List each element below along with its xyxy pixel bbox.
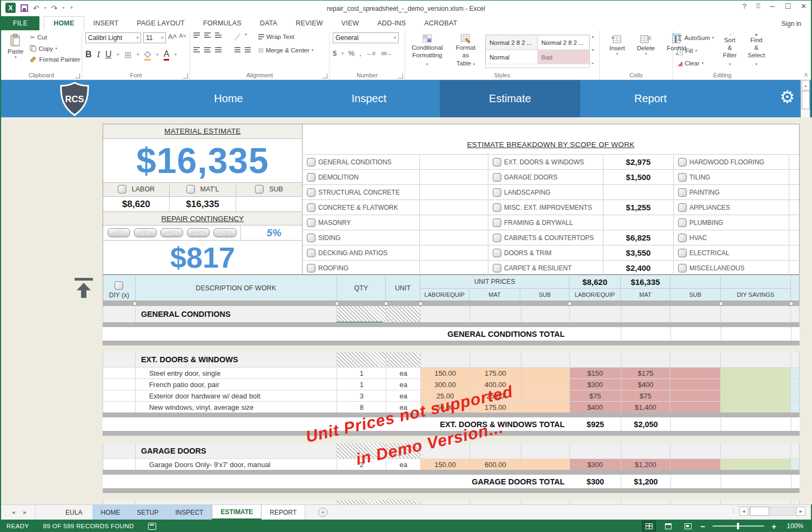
sub-checkbox[interactable] [255, 185, 264, 194]
scope-checkbox[interactable] [307, 188, 316, 197]
tab-review[interactable]: REVIEW [286, 17, 332, 30]
sheet-tab-estimate[interactable]: ESTIMATE [212, 505, 261, 520]
column-resize-handle[interactable]: · [419, 302, 422, 305]
increase-decimal-icon[interactable]: ←.0 [366, 51, 375, 56]
gallery-more-icon[interactable]: ⏷ [591, 62, 595, 66]
diy-cell[interactable] [103, 368, 136, 378]
sheet-tab-inspect[interactable]: INSPECT [167, 505, 212, 520]
nav-report[interactable]: Report [580, 80, 721, 117]
cut-button[interactable]: ✂Cut [29, 32, 81, 42]
clear-button[interactable]: ◢Clear▾ [676, 58, 715, 68]
align-bottom-icon[interactable] [215, 32, 222, 42]
zoom-in-icon[interactable]: + [771, 522, 776, 531]
scope-checkbox[interactable] [678, 264, 687, 272]
horizontal-scrollbar[interactable]: ⁞ ◀ ▶ [733, 507, 806, 516]
column-resize-handle[interactable]: · [133, 302, 137, 305]
tab-page-layout[interactable]: PAGE LAYOUT [127, 17, 194, 30]
format-as-table-button[interactable]: Format asTable ▾ [449, 32, 482, 68]
shrink-font-icon[interactable]: A˅ [179, 32, 186, 43]
scope-checkbox[interactable] [493, 173, 501, 182]
column-resize-handle[interactable]: · [568, 302, 572, 305]
decrease-decimal-icon[interactable]: .00→ [380, 51, 392, 56]
scope-checkbox[interactable] [493, 234, 501, 242]
tab-insert[interactable]: INSERT [84, 17, 128, 30]
format-painter-button[interactable]: Format Painter [29, 55, 81, 64]
tab-view[interactable]: VIEW [332, 17, 368, 30]
zoom-slider-thumb[interactable] [737, 523, 739, 529]
style-bad[interactable]: Bad [538, 50, 589, 64]
comma-style-icon[interactable]: , [359, 49, 361, 57]
sheet-tab-eula[interactable]: EULA [57, 505, 90, 520]
merge-center-button[interactable]: ⊟ Merge & Center▾ [257, 45, 314, 55]
column-resize-handle[interactable]: · [789, 302, 793, 305]
diy-cell[interactable] [103, 379, 136, 390]
scope-checkbox[interactable] [678, 173, 687, 182]
scope-checkbox[interactable] [493, 203, 501, 212]
italic-button[interactable]: I [97, 50, 100, 59]
new-sheet-icon[interactable]: + [318, 508, 327, 517]
font-name-select[interactable]: Calibri Light▾ [85, 32, 141, 43]
scope-checkbox[interactable] [678, 158, 687, 167]
autosum-button[interactable]: ΣAutoSum▾ [676, 32, 715, 43]
contingency-10pct-button[interactable]: 10% [160, 228, 183, 237]
labor-checkbox[interactable] [118, 185, 126, 194]
tab-acrobat[interactable]: ACROBAT [415, 17, 466, 30]
contingency-15pct-button[interactable]: 15% [187, 228, 210, 237]
sheet-next-icon[interactable]: ▸ [24, 509, 27, 516]
scope-checkbox[interactable] [678, 203, 687, 212]
ribbon-display-options-button[interactable]: ⍐ [756, 2, 760, 10]
wrap-text-button[interactable]: Wrap Text [257, 32, 314, 41]
contingency-25pct-button[interactable]: 25% [213, 228, 236, 237]
tab-home[interactable]: HOME [44, 16, 84, 30]
scope-checkbox[interactable] [678, 234, 687, 242]
contingency-1pct-button[interactable]: 1% [108, 228, 130, 237]
align-left-icon[interactable] [193, 47, 200, 52]
sheet-prev-icon[interactable]: ◂ [12, 509, 15, 516]
increase-indent-icon[interactable] [245, 47, 251, 52]
diy-all-checkbox[interactable] [115, 281, 123, 290]
sheet-tab-home[interactable]: HOME [92, 505, 129, 520]
diy-cell[interactable] [103, 459, 136, 470]
scope-checkbox[interactable] [678, 188, 687, 197]
underline-button[interactable]: U [105, 50, 112, 59]
font-color-icon[interactable]: A [164, 49, 170, 61]
align-middle-icon[interactable] [204, 32, 211, 42]
maximize-button[interactable]: ☐ [784, 2, 791, 10]
scrollbar-resize-dots[interactable]: ⁞ [733, 508, 735, 514]
nav-home[interactable]: Home [158, 80, 299, 117]
tab-data[interactable]: DATA [251, 17, 286, 30]
help-button[interactable]: ? [742, 2, 746, 10]
scope-checkbox[interactable] [678, 218, 687, 227]
orientation-icon[interactable]: ⟋ [234, 32, 240, 42]
page-break-view-button[interactable] [681, 521, 695, 531]
scope-checkbox[interactable] [493, 218, 501, 227]
scope-checkbox[interactable] [307, 203, 316, 212]
scope-checkbox[interactable] [493, 249, 501, 257]
align-right-icon[interactable] [215, 47, 222, 52]
tab-file[interactable]: FILE [1, 16, 39, 30]
horizontal-scroll-thumb[interactable] [750, 507, 769, 516]
percent-style-icon[interactable]: % [348, 49, 355, 57]
gallery-up-icon[interactable]: ▲ [591, 35, 595, 38]
minimize-button[interactable]: ─ [770, 2, 775, 10]
column-resize-handle[interactable]: · [335, 302, 339, 305]
scope-checkbox[interactable] [307, 264, 316, 272]
font-size-select[interactable]: 11▾ [143, 32, 166, 43]
alignment-dialog-launcher-icon[interactable] [323, 74, 327, 78]
bold-button[interactable]: B [85, 50, 92, 59]
page-layout-view-button[interactable] [661, 521, 675, 531]
insert-cells-button[interactable]: Insert▾ [606, 32, 628, 68]
sign-in-link[interactable]: Sign in [781, 20, 801, 28]
scope-checkbox[interactable] [307, 158, 316, 167]
style-normal-282-b[interactable]: Normal 2 8 2 ... [538, 35, 589, 50]
scope-checkbox[interactable] [493, 158, 501, 167]
tab-add-ins[interactable]: ADD-INS [368, 17, 415, 30]
diy-cell[interactable] [103, 390, 136, 401]
fill-button[interactable]: ↓Fill▾ [676, 45, 715, 56]
font-dialog-launcher-icon[interactable] [183, 74, 188, 78]
matl-toggle[interactable]: MAT'L [170, 183, 236, 196]
sheet-tab-report[interactable]: REPORT [261, 505, 305, 520]
scope-checkbox[interactable] [678, 249, 687, 257]
scope-checkbox[interactable] [307, 173, 316, 182]
nav-estimate[interactable]: Estimate [440, 80, 580, 117]
